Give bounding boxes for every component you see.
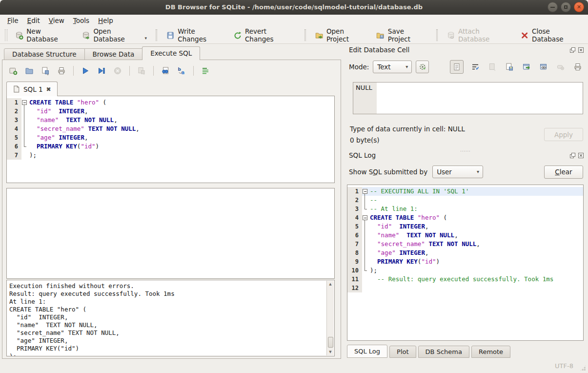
auto-switch-mode-button[interactable] [416, 61, 429, 73]
tab-browse-data[interactable]: Browse Data [85, 48, 143, 60]
save-project-button[interactable]: Save Project [371, 28, 431, 42]
mode-label: Mode: [349, 63, 369, 71]
import-cell-button[interactable] [487, 62, 498, 72]
print-icon [57, 66, 66, 75]
code-line: 6 PRIMARY KEY("id") [7, 142, 334, 151]
code-text: -- At line 1: [368, 205, 418, 213]
open-project-button[interactable]: Open Project [310, 28, 372, 42]
dock-splitter[interactable]: ······ [343, 145, 588, 149]
line-number: 7 [347, 240, 362, 249]
mode-select[interactable]: Text ▾ [373, 61, 412, 73]
copy-link-button[interactable] [538, 62, 549, 72]
open-database-button[interactable]: Open Database ▾ [77, 28, 151, 42]
scroll-thumb[interactable] [328, 337, 333, 348]
stop-icon [113, 66, 122, 75]
results-grid[interactable] [6, 188, 335, 279]
maximize-button[interactable] [561, 2, 571, 12]
minimize-button[interactable] [547, 2, 558, 12]
stop-execution-button[interactable] [112, 65, 123, 77]
set-null-button[interactable] [555, 62, 566, 72]
print-cell-button[interactable] [572, 62, 583, 72]
line-number: 10 [347, 266, 362, 275]
fold-margin [362, 257, 368, 266]
line-number: 2 [7, 107, 21, 116]
line-number: 1 [7, 98, 21, 107]
save-sql-file-button[interactable] [40, 65, 51, 77]
code-line: 1CREATE TABLE "hero" ( [7, 98, 334, 107]
write-changes-button[interactable]: Write Changes [162, 28, 229, 42]
code-text: -- [368, 196, 377, 205]
code-text: "secret_name" TEXT NOT NULL, [368, 240, 480, 249]
fold-marker-icon[interactable] [362, 213, 368, 222]
fold-marker-icon[interactable] [21, 98, 28, 107]
new-sql-tab-button[interactable] [7, 65, 19, 77]
dock-tab-db-schema[interactable]: DB Schema [418, 346, 469, 358]
dock-close-icon[interactable] [578, 47, 584, 53]
save-results-button[interactable] [136, 65, 147, 77]
word-wrap-button[interactable] [470, 62, 481, 72]
tab-execute-sql[interactable]: Execute SQL [142, 46, 200, 60]
new-database-button[interactable]: New Database [10, 28, 77, 42]
line-number: 7 [7, 151, 21, 160]
close-database-button[interactable]: Close Database [516, 28, 586, 42]
cell-value-editor[interactable]: NULL [353, 82, 583, 114]
apply-button[interactable]: Apply [544, 128, 583, 141]
revert-changes-button[interactable]: Revert Changes [229, 28, 300, 42]
format-sql-button[interactable] [200, 65, 211, 77]
dock-close-icon[interactable] [578, 152, 584, 159]
menu-edit[interactable]: Edit [23, 15, 44, 27]
scroll-down-icon[interactable]: ▼ [327, 349, 334, 355]
toolbar-handle[interactable] [5, 29, 7, 41]
word-wrap-icon [471, 62, 480, 71]
attach-database-button[interactable]: Attach Database [442, 28, 516, 42]
sql-tab-sql1[interactable]: SQL 1 ✖ [6, 82, 58, 96]
toolbar-separator [73, 66, 74, 76]
close-button[interactable]: ✕ [574, 2, 584, 12]
toolbar-separator [304, 29, 306, 41]
dock-float-icon[interactable] [569, 152, 576, 159]
export-cell-button[interactable] [504, 62, 515, 72]
sql-log-dock-header: SQL Log [349, 151, 584, 159]
encoding-indicator[interactable]: UTF-8 [555, 362, 573, 370]
line-number: 6 [347, 231, 362, 240]
scroll-up-icon[interactable]: ▲ [327, 281, 334, 288]
dock-tab-sql-log[interactable]: SQL Log [347, 345, 387, 358]
menu-view[interactable]: View [44, 15, 69, 27]
dock-float-icon[interactable] [569, 47, 576, 53]
fold-margin [362, 240, 368, 249]
sql-log-viewer[interactable]: 1-- EXECUTING ALL IN 'SQL 1'2--3-- At li… [347, 185, 584, 341]
log-source-select[interactable]: User ▾ [432, 166, 483, 178]
output-scrollbar[interactable]: ▲ ▼ [326, 281, 334, 355]
execute-all-button[interactable] [80, 65, 91, 77]
print-sql-button[interactable] [56, 65, 67, 77]
new-database-icon [15, 31, 23, 40]
execute-line-button[interactable] [96, 65, 107, 77]
sql-log-title: SQL Log [349, 151, 376, 159]
clear-log-button[interactable]: Clear [544, 166, 583, 179]
open-database-dropdown-icon[interactable]: ▾ [144, 36, 147, 42]
resize-grip-icon[interactable] [580, 365, 586, 371]
fold-margin [21, 151, 28, 160]
editor-results-splitter[interactable]: ······ [6, 184, 335, 187]
fold-margin [362, 275, 368, 284]
open-external-button[interactable] [521, 62, 532, 72]
result-line: Execution finished without errors. [9, 282, 326, 290]
import-file-icon [488, 62, 497, 71]
dock-tab-plot[interactable]: Plot [389, 346, 416, 358]
replace-button[interactable]: b a [176, 65, 187, 77]
menu-tools[interactable]: Tools [69, 15, 94, 27]
menu-file[interactable]: File [3, 15, 23, 27]
dock-tab-remote[interactable]: Remote [471, 346, 510, 358]
fold-marker-icon[interactable] [362, 187, 368, 196]
line-number: 3 [7, 116, 21, 124]
open-sql-file-button[interactable] [23, 65, 35, 77]
title-bar[interactable]: DB Browser for SQLite - /home/user/code/… [0, 0, 588, 15]
execution-output-text[interactable]: Execution finished without errors.Result… [7, 280, 326, 356]
menu-help[interactable]: Help [94, 15, 118, 27]
text-mode-button[interactable] [450, 60, 464, 74]
line-number: 6 [7, 142, 21, 151]
tab-database-structure[interactable]: Database Structure [4, 48, 85, 60]
sql-tab-close-icon[interactable]: ✖ [46, 86, 51, 93]
find-button[interactable] [160, 65, 171, 77]
sql-editor[interactable]: 1CREATE TABLE "hero" (2 "id" INTEGER,3 "… [6, 96, 335, 183]
